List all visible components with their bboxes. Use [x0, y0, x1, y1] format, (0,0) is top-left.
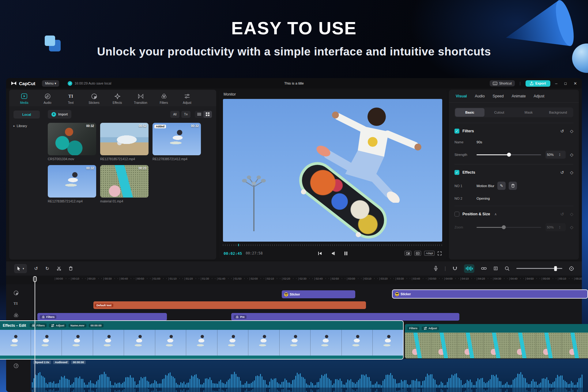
split-tool-button[interactable] — [57, 266, 61, 271]
filter-type-button[interactable]: T≡ — [181, 111, 190, 118]
library-button[interactable]: ▸ Library — [13, 124, 45, 128]
audio-clip[interactable]: Speed 2.0x Audiosed 00:00:00 — [31, 359, 588, 392]
divider — [454, 123, 573, 123]
popup-adjust-chip[interactable]: Adjust — [49, 324, 66, 327]
zoom-out-icon[interactable] — [505, 266, 510, 271]
filters-clip[interactable]: Filters — [37, 313, 167, 321]
media-thumbnail[interactable]: 00:52 — [100, 123, 149, 155]
keyframe-icon[interactable]: ◇ — [570, 170, 573, 175]
tab-visual[interactable]: Visual — [456, 94, 467, 98]
tab-audio[interactable]: Audio — [36, 93, 59, 104]
effects-checkbox[interactable]: ✓ — [454, 170, 459, 175]
timeline-playhead[interactable] — [35, 276, 35, 392]
adapt-button[interactable]: Adapt — [424, 251, 435, 256]
stepper-arrows[interactable]: ▲▼ — [555, 225, 566, 229]
monitor-scrubber[interactable] — [223, 243, 442, 247]
zoom-value-box[interactable]: 50% ▲▼ — [545, 223, 566, 231]
pre-filter-clip[interactable]: Pre — [231, 313, 459, 321]
zoom-property-slider[interactable] — [477, 227, 541, 228]
strength-slider[interactable] — [477, 154, 541, 155]
split-preview-button[interactable] — [493, 266, 498, 271]
media-item[interactable]: 00:23 material 01.mp4 — [100, 165, 149, 203]
media-item[interactable]: 00:52 RE1278185721412.mp4 — [100, 123, 149, 161]
keyframe-icon[interactable]: ◇ — [570, 129, 573, 134]
media-item[interactable]: 00:32 CRST001334.mov — [48, 123, 96, 161]
media-thumbnail[interactable]: 00:23 — [100, 165, 149, 198]
keyframe-icon[interactable]: ◇ — [570, 225, 573, 230]
step-back-icon[interactable] — [331, 251, 335, 255]
subtab-basic[interactable]: Basic — [455, 108, 484, 117]
pause-icon[interactable] — [344, 251, 348, 255]
keyframe-icon[interactable]: ◇ — [570, 152, 573, 157]
clip2-filmstrip — [405, 333, 588, 358]
shortcut-button[interactable]: Shortcut — [490, 80, 515, 86]
tab-adjust[interactable]: Adjust — [176, 93, 198, 104]
scrubber-playhead — [238, 244, 239, 246]
tab-speed[interactable]: Speed — [493, 94, 504, 98]
subtab-mask[interactable]: Mask — [514, 108, 543, 117]
clip2-filters-chip[interactable]: Filters — [407, 326, 419, 330]
skip-start-icon[interactable] — [318, 251, 322, 255]
filters-checkbox[interactable]: ✓ — [454, 129, 459, 134]
resolution-icon[interactable] — [414, 251, 421, 256]
media-thumbnail[interactable]: 00:32 — [48, 165, 96, 198]
redo-button[interactable]: ↻ — [45, 266, 49, 271]
subtab-background[interactable]: Background — [543, 108, 573, 117]
sticker-clip-1[interactable]: Sticker — [282, 290, 355, 298]
tab-media[interactable]: Media — [13, 93, 36, 104]
reset-icon[interactable]: ↺ — [560, 129, 564, 134]
maximize-button[interactable]: ◻ — [564, 81, 567, 85]
tab-audio-inspector[interactable]: Audio — [475, 94, 485, 98]
text-clip[interactable]: Default text — [93, 301, 366, 309]
fit-timeline-icon[interactable] — [569, 266, 574, 271]
timeline-zoom-slider[interactable] — [516, 268, 562, 269]
filter-all-button[interactable]: All — [170, 111, 179, 118]
delete-button[interactable] — [69, 266, 73, 271]
media-thumbnail[interactable]: 00:32 — [48, 123, 96, 155]
strength-value-box[interactable]: 50% ▲▼ — [545, 151, 566, 159]
media-item[interactable]: Added 00:32 RE1278385721412.mp4 — [153, 123, 201, 161]
selected-clip-popup[interactable]: Effects – Edit Filters Adjust Name.mov 0… — [0, 320, 404, 360]
delete-effect-button[interactable] — [509, 182, 517, 190]
ruler-label: 03:10 — [364, 277, 371, 280]
tab-adjust-inspector[interactable]: Adjust — [534, 94, 545, 98]
voiceover-mic-button[interactable] — [434, 266, 438, 271]
tab-effects[interactable]: Effects — [106, 93, 129, 104]
media-thumbnail[interactable]: Added 00:32 — [153, 123, 201, 155]
reset-icon[interactable]: ↺ — [560, 212, 564, 217]
waveform-toggle-button[interactable] — [464, 264, 474, 273]
popup-filters-chip[interactable]: Filters — [30, 323, 47, 327]
media-item[interactable]: 00:32 RE1278385721412.mp4 — [48, 165, 96, 203]
preview-quality-icon[interactable] — [405, 251, 411, 256]
grid-view-button[interactable] — [203, 111, 212, 118]
clip2-adjust-chip[interactable]: Adjust — [422, 326, 439, 330]
minimize-button[interactable]: – — [555, 81, 557, 86]
link-toggle-button[interactable] — [481, 267, 487, 270]
second-video-clip[interactable]: Filters Adjust — [405, 324, 588, 358]
collapse-caret-icon[interactable]: ∧ — [494, 212, 497, 216]
stepper-arrows[interactable]: ▲▼ — [555, 153, 566, 156]
keyframe-icon[interactable]: ◇ — [570, 212, 573, 217]
close-button[interactable]: ✕ — [574, 81, 577, 86]
select-tool-button[interactable]: ▾ — [14, 264, 27, 273]
playhead-handle[interactable] — [33, 276, 37, 282]
undo-button[interactable]: ↺ — [34, 266, 38, 271]
sticker-clip-2-selected[interactable]: Sticker — [392, 289, 588, 299]
tab-filters[interactable]: Filters — [153, 93, 175, 104]
subtab-cutout[interactable]: Cutout — [484, 108, 514, 117]
tab-animate[interactable]: Animate — [512, 94, 526, 98]
edit-effect-button[interactable]: ✎ — [497, 182, 506, 190]
export-button[interactable]: Export — [526, 80, 550, 87]
tab-transition[interactable]: Transition — [129, 93, 152, 104]
fullscreen-icon[interactable] — [438, 251, 442, 255]
import-button[interactable]: + Import — [48, 110, 71, 119]
position-size-checkbox[interactable] — [454, 212, 459, 217]
speed-badge: Speed 2.0x — [33, 360, 51, 364]
list-view-button[interactable] — [195, 111, 203, 118]
tab-stickers[interactable]: Stickers — [83, 93, 105, 104]
local-button[interactable]: Local — [13, 111, 40, 119]
magnet-snap-button[interactable] — [453, 266, 457, 271]
tab-text[interactable]: TI Text — [59, 93, 82, 104]
timeline-ruler[interactable]: 00:0000:1000:2000:3000:4000:5001:0001:10… — [6, 276, 582, 284]
reset-icon[interactable]: ↺ — [560, 170, 564, 175]
